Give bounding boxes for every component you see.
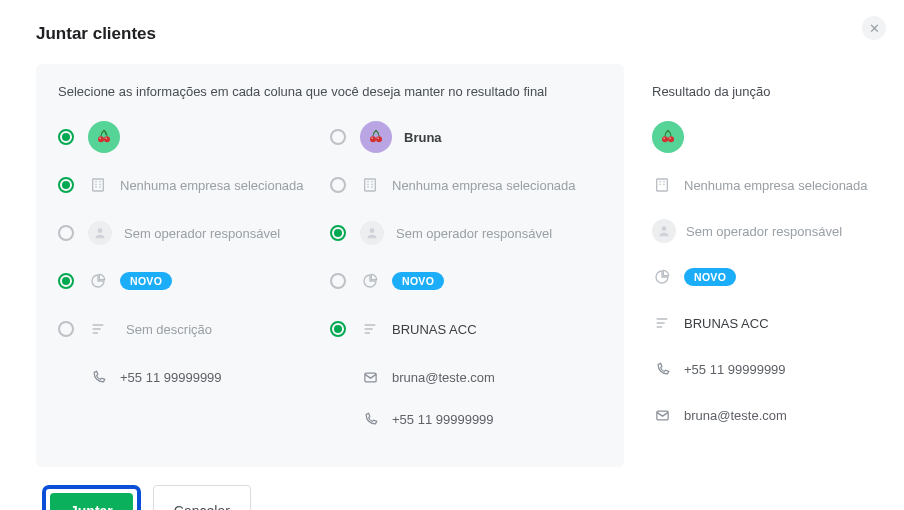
radio-status-1[interactable] [58, 273, 74, 289]
cancel-button[interactable]: Cancelar [153, 485, 251, 510]
list-icon [652, 315, 672, 331]
svg-rect-4 [93, 179, 104, 191]
operator-avatar-1 [88, 221, 112, 245]
radio-operator-1[interactable] [58, 225, 74, 241]
avatar-cherry-1 [88, 121, 120, 153]
close-button[interactable]: ✕ [862, 16, 886, 40]
result-avatar [652, 121, 684, 153]
user-icon [657, 224, 671, 238]
phone-icon [88, 370, 108, 385]
svg-point-15 [663, 138, 665, 140]
cherry-icon [367, 128, 385, 146]
radio-description-2[interactable] [330, 321, 346, 337]
phone-icon [652, 362, 672, 377]
svg-point-0 [98, 136, 104, 142]
operator-text-1: Sem operador responsável [124, 226, 280, 241]
svg-point-1 [104, 136, 110, 142]
phone-text-1: +55 11 99999999 [120, 370, 222, 385]
svg-rect-17 [657, 179, 668, 191]
pie-icon [88, 273, 108, 289]
svg-point-14 [668, 136, 674, 142]
svg-point-11 [370, 228, 375, 233]
radio-status-2[interactable] [330, 273, 346, 289]
operator-text-2: Sem operador responsável [396, 226, 552, 241]
company-text-2: Nenhuma empresa selecionada [392, 178, 576, 193]
source-column-1: Nenhuma empresa selecionada Sem operador… [58, 121, 330, 445]
result-title: Resultado da junção [652, 84, 868, 99]
status-badge-1: NOVO [120, 272, 172, 290]
building-icon [652, 177, 672, 193]
result-email: bruna@teste.com [684, 408, 787, 423]
close-icon: ✕ [869, 21, 880, 36]
result-company: Nenhuma empresa selecionada [684, 178, 868, 193]
merge-button-highlight: Juntar [42, 485, 141, 510]
phone-icon [360, 412, 380, 427]
description-text-2: BRUNAS ACC [392, 322, 477, 337]
svg-point-7 [376, 136, 382, 142]
list-icon [360, 321, 380, 337]
result-panel: Resultado da junção Nenhuma empresa sele… [624, 64, 868, 467]
radio-avatar-1[interactable] [58, 129, 74, 145]
svg-point-18 [662, 226, 667, 231]
status-badge-2: NOVO [392, 272, 444, 290]
phone-text-2: +55 11 99999999 [392, 412, 494, 427]
pie-icon [652, 269, 672, 285]
svg-point-8 [371, 138, 373, 140]
svg-point-3 [105, 138, 107, 140]
mail-icon [360, 370, 380, 385]
svg-point-2 [99, 138, 101, 140]
avatar-cherry-2 [360, 121, 392, 153]
result-description: BRUNAS ACC [684, 316, 769, 331]
description-text-1: Sem descrição [126, 322, 212, 337]
result-operator-avatar [652, 219, 676, 243]
name-text-2: Bruna [404, 130, 442, 145]
result-status-badge: NOVO [684, 268, 736, 286]
cherry-icon [659, 128, 677, 146]
cherry-icon [95, 128, 113, 146]
radio-company-2[interactable] [330, 177, 346, 193]
dialog-title: Juntar clientes [36, 24, 868, 44]
svg-rect-10 [365, 179, 376, 191]
user-icon [365, 226, 379, 240]
source-column-2: Bruna Nenhuma empresa selecionada [330, 121, 602, 445]
building-icon [360, 177, 380, 193]
result-operator: Sem operador responsável [686, 224, 842, 239]
radio-operator-2[interactable] [330, 225, 346, 241]
svg-point-9 [377, 138, 379, 140]
company-text-1: Nenhuma empresa selecionada [120, 178, 304, 193]
svg-point-16 [669, 138, 671, 140]
email-text-2: bruna@teste.com [392, 370, 495, 385]
radio-company-1[interactable] [58, 177, 74, 193]
instruction-text: Selecione as informações em cada coluna … [58, 84, 602, 99]
list-icon [88, 321, 108, 337]
user-icon [93, 226, 107, 240]
svg-point-13 [662, 136, 668, 142]
selection-panel: Selecione as informações em cada coluna … [36, 64, 624, 467]
building-icon [88, 177, 108, 193]
pie-icon [360, 273, 380, 289]
operator-avatar-2 [360, 221, 384, 245]
radio-description-1[interactable] [58, 321, 74, 337]
radio-avatar-2[interactable] [330, 129, 346, 145]
mail-icon [652, 408, 672, 423]
svg-point-5 [98, 228, 103, 233]
result-phone: +55 11 99999999 [684, 362, 786, 377]
svg-point-6 [370, 136, 376, 142]
merge-button[interactable]: Juntar [50, 493, 133, 510]
